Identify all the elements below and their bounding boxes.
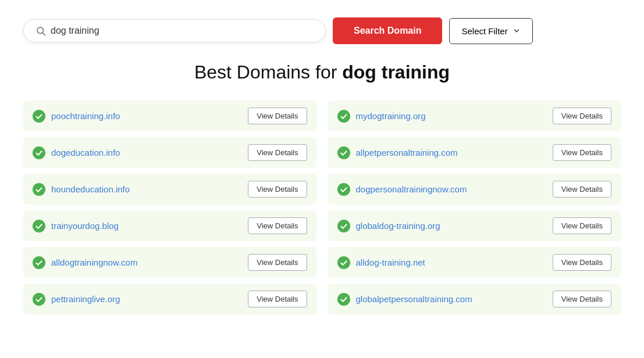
view-details-button[interactable]: View Details: [248, 181, 307, 198]
view-details-button[interactable]: View Details: [553, 144, 611, 161]
view-details-button[interactable]: View Details: [553, 291, 611, 307]
available-check-icon: [337, 146, 350, 159]
filter-label: Select Filter: [461, 26, 507, 36]
available-check-icon: [337, 256, 350, 269]
view-details-button[interactable]: View Details: [248, 144, 307, 161]
chevron-down-icon: [513, 27, 521, 35]
domain-name: dogpersonaltrainingnow.com: [356, 184, 467, 194]
domain-name: globalpetpersonaltraining.com: [356, 294, 472, 304]
domain-left: alldog-training.net: [337, 256, 425, 269]
available-check-icon: [337, 293, 350, 306]
available-check-icon: [33, 110, 45, 123]
svg-point-12: [33, 293, 45, 306]
view-details-button[interactable]: View Details: [248, 291, 307, 307]
domain-name: dogeducation.info: [51, 148, 120, 157]
svg-point-7: [337, 183, 350, 196]
domain-item: globalpetpersonaltraining.com View Detai…: [328, 284, 621, 314]
domain-left: globalpetpersonaltraining.com: [337, 293, 472, 306]
svg-point-10: [33, 256, 45, 269]
domain-item: alldog-training.net View Details: [328, 247, 621, 278]
svg-point-5: [337, 146, 350, 159]
available-check-icon: [337, 183, 350, 196]
view-details-button[interactable]: View Details: [553, 181, 611, 198]
domain-item: poochtraining.info View Details: [23, 101, 316, 131]
search-domain-button[interactable]: Search Domain: [333, 17, 442, 44]
available-check-icon: [33, 183, 45, 196]
domain-item: mydogtraining.org View Details: [328, 101, 621, 131]
available-check-icon: [337, 110, 350, 123]
view-details-button[interactable]: View Details: [248, 217, 307, 234]
page-headline: Best Domains for dog training: [23, 62, 621, 83]
available-check-icon: [33, 293, 45, 306]
domain-left: houndeducation.info: [33, 183, 130, 196]
domain-item: pettraininglive.org View Details: [23, 284, 316, 314]
view-details-button[interactable]: View Details: [248, 254, 307, 271]
domain-left: pettraininglive.org: [33, 293, 120, 306]
view-details-button[interactable]: View Details: [248, 108, 307, 124]
svg-point-11: [337, 256, 350, 269]
domain-item: trainyourdog.blog View Details: [23, 210, 316, 241]
search-input-wrapper: [23, 19, 326, 42]
search-input[interactable]: [51, 26, 314, 36]
domain-left: trainyourdog.blog: [33, 220, 119, 232]
view-details-button[interactable]: View Details: [553, 217, 611, 234]
domain-name: pettraininglive.org: [51, 294, 120, 304]
domain-item: alldogtrainingnow.com View Details: [23, 247, 316, 278]
domain-item: globaldog-training.org View Details: [328, 210, 621, 241]
headline-prefix: Best Domains for: [194, 62, 342, 83]
domain-name: alldog-training.net: [356, 257, 425, 267]
svg-point-6: [33, 183, 45, 196]
domain-item: dogpersonaltrainingnow.com View Details: [328, 174, 621, 205]
svg-point-9: [337, 220, 350, 232]
select-filter-button[interactable]: Select Filter: [449, 18, 532, 44]
svg-point-13: [337, 293, 350, 306]
svg-point-8: [33, 220, 45, 232]
domain-item: dogeducation.info View Details: [23, 137, 316, 168]
domain-name: mydogtraining.org: [356, 111, 426, 121]
available-check-icon: [33, 146, 45, 159]
domain-left: poochtraining.info: [33, 110, 120, 123]
domain-left: dogpersonaltrainingnow.com: [337, 183, 467, 196]
domain-name: globaldog-training.org: [356, 221, 440, 231]
domain-name: alldogtrainingnow.com: [51, 257, 137, 267]
domain-name: trainyourdog.blog: [51, 221, 119, 231]
domain-name: allpetpersonaltraining.com: [356, 148, 458, 157]
available-check-icon: [337, 220, 350, 232]
view-details-button[interactable]: View Details: [553, 108, 611, 124]
domain-name: poochtraining.info: [51, 111, 120, 121]
headline-keyword: dog training: [342, 62, 450, 83]
domain-item: allpetpersonaltraining.com View Details: [328, 137, 621, 168]
search-icon: [35, 26, 46, 36]
domain-name: houndeducation.info: [51, 184, 130, 194]
domain-item: houndeducation.info View Details: [23, 174, 316, 205]
domain-left: dogeducation.info: [33, 146, 120, 159]
svg-point-4: [33, 146, 45, 159]
available-check-icon: [33, 220, 45, 232]
domain-left: mydogtraining.org: [337, 110, 426, 123]
svg-point-3: [337, 110, 350, 123]
available-check-icon: [33, 256, 45, 269]
domain-left: alldogtrainingnow.com: [33, 256, 137, 269]
domain-grid: poochtraining.info View Details mydogtra…: [23, 101, 621, 314]
domain-left: allpetpersonaltraining.com: [337, 146, 458, 159]
svg-line-1: [42, 33, 45, 35]
view-details-button[interactable]: View Details: [553, 254, 611, 271]
domain-left: globaldog-training.org: [337, 220, 440, 232]
svg-point-2: [33, 110, 45, 123]
search-bar: Search Domain Select Filter: [23, 17, 621, 44]
